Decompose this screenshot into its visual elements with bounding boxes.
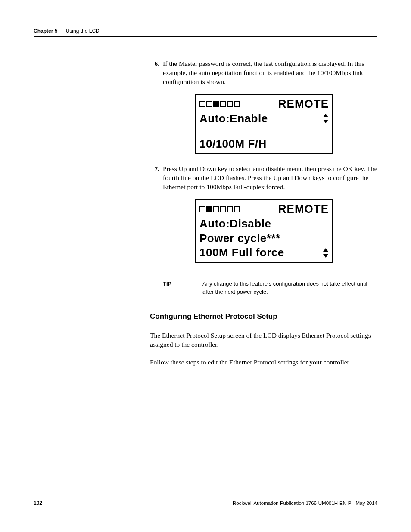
step-6: 6. If the Master password is correct, th…: [150, 59, 378, 87]
lcd-row-4: 100M Full force: [199, 246, 329, 260]
io-box-empty-icon: [234, 206, 240, 212]
page-number: 102: [34, 500, 42, 507]
lcd-row-3: Power cycle***: [199, 231, 329, 246]
lcd-row-1: REMOTE: [199, 97, 329, 112]
lcd-screenshot-1: REMOTE Auto:Enable 10/100M F/H: [150, 94, 378, 154]
lcd-row-1: REMOTE: [199, 202, 329, 217]
step-number: 7.: [150, 165, 159, 192]
lcd-row-4: 10/100M F/H: [199, 137, 329, 152]
main-content: 6. If the Master password is correct, th…: [150, 59, 378, 376]
section-heading: Configuring Ethernet Protocol Setup: [150, 312, 378, 322]
io-box-empty-icon: [199, 206, 206, 212]
io-indicators: [199, 206, 240, 212]
io-indicators: [199, 101, 240, 107]
io-box-filled-icon: [206, 206, 212, 212]
link-setting: 100M Full force: [199, 246, 284, 260]
io-box-empty-icon: [220, 206, 226, 212]
lcd-display: REMOTE Auto:Enable 10/100M F/H: [195, 94, 333, 154]
tip-label: TIP: [163, 280, 202, 296]
io-box-filled-icon: [213, 101, 219, 107]
paragraph: Follow these steps to edit the Ethernet …: [150, 358, 378, 367]
step-text: If the Master password is correct, the l…: [163, 59, 378, 87]
io-box-empty-icon: [199, 101, 206, 107]
lcd-display: REMOTE Auto:Disable Power cycle*** 100M …: [195, 199, 333, 263]
lcd-screenshot-2: REMOTE Auto:Disable Power cycle*** 100M …: [150, 199, 378, 263]
io-box-empty-icon: [227, 101, 233, 107]
lcd-blank-row: [199, 126, 329, 137]
step-7: 7. Press Up and Down key to select auto …: [150, 165, 378, 192]
page-header: Chapter 5 Using the LCD: [34, 28, 377, 34]
chapter-label: Chapter 5: [34, 28, 57, 34]
io-box-empty-icon: [206, 101, 212, 107]
header-title: Using the LCD: [66, 28, 100, 34]
step-text: Press Up and Down key to select auto dis…: [163, 165, 378, 192]
up-down-arrow-icon: [323, 248, 329, 258]
lcd-row-2: Auto:Enable: [199, 112, 329, 126]
auto-setting: Auto:Enable: [199, 112, 268, 126]
page-footer: 102 Rockwell Automation Publication 1766…: [34, 500, 377, 507]
io-box-empty-icon: [220, 101, 226, 107]
publication-info: Rockwell Automation Publication 1766-UM0…: [233, 500, 377, 507]
tip-block: TIP Any change to this feature's configu…: [150, 280, 378, 296]
io-box-empty-icon: [227, 206, 233, 212]
mode-label: REMOTE: [278, 97, 329, 112]
io-box-empty-icon: [213, 206, 219, 212]
paragraph: The Ethernet Protocol Setup screen of th…: [150, 331, 378, 349]
header-rule: [34, 36, 377, 37]
io-box-empty-icon: [234, 101, 240, 107]
step-number: 6.: [150, 59, 159, 87]
mode-label: REMOTE: [278, 202, 329, 217]
lcd-row-2: Auto:Disable: [199, 217, 329, 231]
up-down-arrow-icon: [323, 114, 329, 123]
tip-body: Any change to this feature's configurati…: [202, 280, 378, 296]
